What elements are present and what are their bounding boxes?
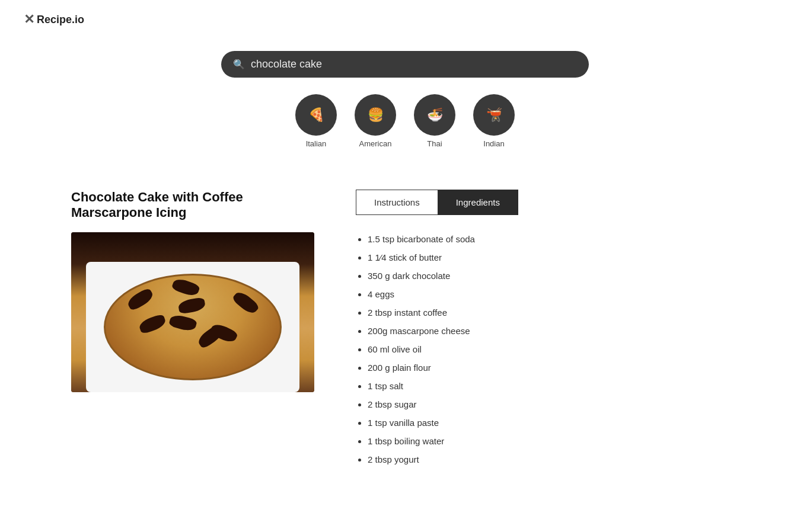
search-bar[interactable]: 🔍 [221,51,589,78]
cuisine-icon-indian: 🫕 [473,94,515,136]
recipe-title: Chocolate Cake with Coffee Marscarpone I… [71,190,320,220]
cuisine-filters: 🍕 Italian 🍔 American 🍜 Thai 🫕 Indian [295,94,515,148]
cuisine-thai[interactable]: 🍜 Thai [414,94,455,148]
cuisine-indian[interactable]: 🫕 Indian [473,94,515,148]
choc-piece [171,277,200,298]
choc-piece [126,287,155,312]
list-item: 1.5 tsp bicarbonate of soda [368,233,739,245]
cuisine-icon-italian: 🍕 [295,94,337,136]
list-item: 60 ml olive oil [368,343,739,355]
tab-instructions[interactable]: Instructions [356,190,438,215]
tab-buttons: Instructions Ingredients [356,190,739,215]
logo[interactable]: ✕ Recipe.io [24,12,84,27]
list-item: 1 tsp salt [368,380,739,392]
cake-body [104,274,282,380]
chocolate-pieces [133,284,252,313]
list-item: 1 1⁄4 stick of butter [368,251,739,264]
list-item: 2 tbsp instant coffee [368,306,739,319]
list-item: 2 tbsp sugar [368,398,739,411]
search-icon: 🔍 [233,59,245,70]
choc-piece [138,313,167,335]
list-item: 200g mascarpone cheese [368,325,739,337]
choc-piece [168,313,197,333]
recipe-left: Chocolate Cake with Coffee Marscarpone I… [71,190,320,466]
list-item: 350 g dark chocolate [368,270,739,282]
cuisine-icon-american: 🍔 [355,94,396,136]
list-item: 4 eggs [368,288,739,300]
choc-piece [231,289,260,316]
recipe-section: Chocolate Cake with Coffee Marscarpone I… [0,178,810,477]
search-input[interactable] [251,58,577,70]
search-section: 🔍 🍕 Italian 🍔 American 🍜 Thai 🫕 Indian [0,39,810,166]
tab-ingredients[interactable]: Ingredients [438,190,518,215]
cuisine-label-american: American [359,139,392,148]
choc-piece [177,297,206,314]
logo-text: Recipe.io [37,14,84,26]
cuisine-icon-thai: 🍜 [414,94,455,136]
cuisine-italian[interactable]: 🍕 Italian [295,94,337,148]
list-item: 1 tsp vanilla paste [368,416,739,429]
cuisine-label-italian: Italian [306,139,327,148]
recipe-image [71,232,314,392]
site-header: ✕ Recipe.io [0,0,810,39]
cake-visual [71,232,314,392]
list-item: 2 tbsp yogurt [368,453,739,466]
ingredients-list: 1.5 tsp bicarbonate of soda1 1⁄4 stick o… [356,233,739,466]
logo-x-icon: ✕ [24,12,34,27]
list-item: 200 g plain flour [368,361,739,374]
cuisine-label-indian: Indian [483,139,504,148]
cuisine-label-thai: Thai [427,139,442,148]
recipe-right: Instructions Ingredients 1.5 tsp bicarbo… [356,190,739,466]
cuisine-american[interactable]: 🍔 American [355,94,396,148]
list-item: 1 tbsp boiling water [368,435,739,447]
